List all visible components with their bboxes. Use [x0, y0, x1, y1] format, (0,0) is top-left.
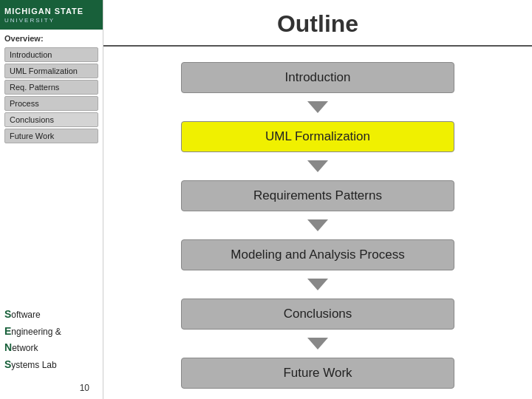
outline-box-introduction: Introduction	[181, 62, 454, 93]
sidebar-item-uml[interactable]: UML Formalization	[4, 64, 98, 78]
main-content-area: Outline Introduction UML Formalization R…	[103, 0, 532, 399]
outline-item-uml: UML Formalization	[181, 121, 454, 152]
footer-text: Software Engineering & Network Systems L…	[4, 306, 98, 372]
footer-n-rest: etwork	[12, 343, 38, 353]
outline-content: Introduction UML Formalization Requireme…	[103, 47, 532, 399]
arrow-5	[307, 338, 328, 349]
sidebar-nav: Introduction UML Formalization Req. Patt…	[0, 44, 103, 146]
page-number: 10	[74, 380, 95, 396]
outline-item-future-work: Future Work	[181, 358, 454, 389]
logo-line2: UNIVERSITY	[4, 17, 55, 24]
footer-s-rest: oftware	[11, 310, 40, 320]
outline-item-conclusions: Conclusions	[181, 299, 454, 330]
sidebar-item-process[interactable]: Process	[4, 96, 98, 111]
outline-box-req-patterns: Requirements Patterns	[181, 180, 454, 211]
sidebar-logo: MICHIGAN STATE UNIVERSITY	[0, 0, 103, 30]
outline-box-uml: UML Formalization	[181, 121, 454, 152]
arrow-2	[307, 160, 328, 172]
footer-s2-rest: ystems Lab	[11, 360, 56, 370]
arrow-1	[307, 101, 328, 113]
footer-s2: S	[4, 358, 11, 370]
outline-item-introduction: Introduction	[181, 62, 454, 93]
sidebar: MICHIGAN STATE UNIVERSITY Overview: Intr…	[0, 0, 103, 399]
sidebar-item-introduction[interactable]: Introduction	[4, 47, 98, 62]
outline-box-modeling: Modeling and Analysis Process	[181, 239, 454, 270]
page-number-row: 10	[0, 378, 103, 399]
sidebar-item-future-work[interactable]: Future Work	[4, 129, 98, 143]
arrow-4	[307, 279, 328, 290]
logo-line1: MICHIGAN STATE	[4, 6, 83, 16]
outline-item-req-patterns: Requirements Patterns	[181, 180, 454, 211]
overview-label: Overview:	[0, 30, 103, 44]
outline-item-modeling: Modeling and Analysis Process	[181, 239, 454, 270]
arrow-3	[307, 219, 328, 231]
sidebar-item-conclusions[interactable]: Conclusions	[4, 112, 98, 127]
sidebar-footer: Software Engineering & Network Systems L…	[0, 300, 103, 378]
outline-box-conclusions: Conclusions	[181, 299, 454, 330]
footer-s: S	[4, 308, 11, 320]
footer-n: N	[4, 341, 12, 353]
footer-e: E	[4, 325, 11, 337]
outline-box-future-work: Future Work	[181, 358, 454, 389]
sidebar-item-req-patterns[interactable]: Req. Patterns	[4, 80, 98, 95]
page-title: Outline	[103, 0, 532, 47]
footer-e-rest: ngineering &	[11, 327, 61, 337]
